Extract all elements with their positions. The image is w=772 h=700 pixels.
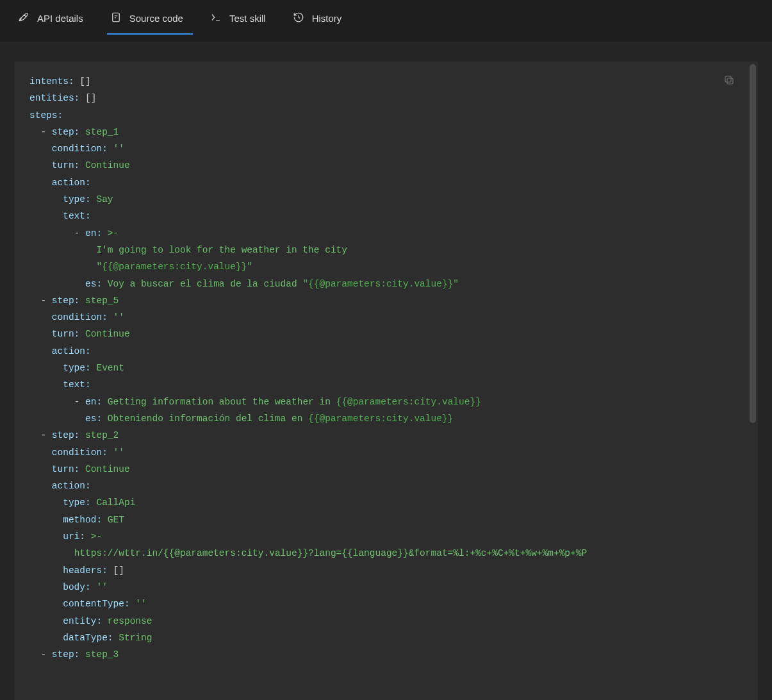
tab-label: Test skill <box>229 13 266 24</box>
terminal-icon <box>210 12 222 25</box>
tab-history[interactable]: History <box>292 9 343 34</box>
document-icon <box>110 12 122 25</box>
tab-label: Source code <box>129 13 183 24</box>
history-icon <box>293 12 304 25</box>
tab-source-code[interactable]: Source code <box>109 9 185 34</box>
scrollbar[interactable] <box>750 64 756 423</box>
code-panel: intents: [] entities: [] steps: - step: … <box>14 62 758 700</box>
svg-rect-2 <box>725 76 731 82</box>
copy-button[interactable] <box>723 74 735 86</box>
tab-api-details[interactable]: API details <box>17 9 85 34</box>
svg-rect-0 <box>112 13 119 22</box>
tab-test-skill[interactable]: Test skill <box>209 9 267 34</box>
content-area: intents: [] entities: [] steps: - step: … <box>0 42 772 700</box>
svg-rect-1 <box>727 78 733 84</box>
yaml-source[interactable]: intents: [] entities: [] steps: - step: … <box>14 62 758 674</box>
copy-icon <box>723 77 735 88</box>
tab-label: API details <box>37 13 83 24</box>
tab-label: History <box>312 13 342 24</box>
rocket-icon <box>18 12 29 25</box>
tab-bar: API details Source code Test skill Histo… <box>0 0 772 42</box>
